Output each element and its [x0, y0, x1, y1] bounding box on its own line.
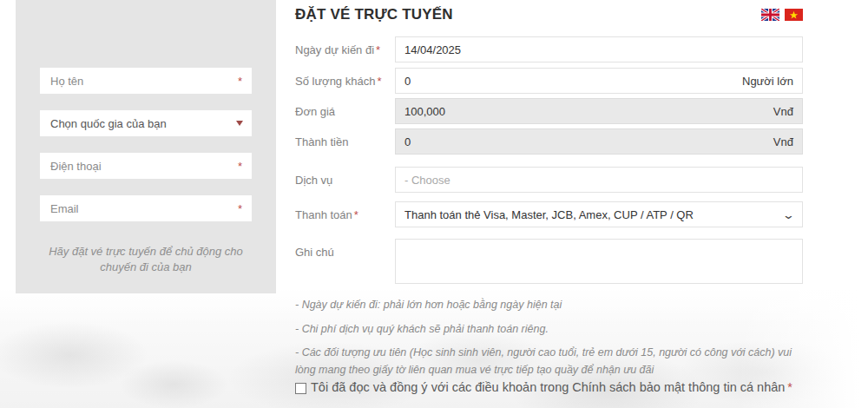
- email-field-wrap: *: [40, 195, 252, 221]
- contact-sidebar: * Chọn quốc gia của bạn * * Hãy đặt vé t…: [16, 0, 276, 293]
- guest-count-row: Số lượng khách* Người lớn: [295, 68, 803, 94]
- page-title: ĐẶT VÉ TRỰC TUYẾN: [295, 6, 453, 23]
- required-asterisk: *: [376, 43, 380, 56]
- chevron-down-icon: ⌄: [782, 209, 795, 220]
- form-hint-service-fee: - Chi phí dịch vụ quý khách sẽ phải than…: [295, 320, 816, 338]
- service-label: Dịch vụ: [295, 167, 395, 193]
- agreement-checkbox[interactable]: [295, 383, 306, 394]
- country-select-label: Chọn quốc gia của bạn: [50, 117, 241, 130]
- departure-date-row: Ngày dự kiến đi*: [295, 36, 803, 63]
- departure-date-box: [395, 36, 803, 63]
- required-asterisk: *: [238, 76, 242, 87]
- unit-price-row: Đơn giá 100,000 Vnđ: [295, 98, 803, 124]
- unit-price-label: Đơn giá: [295, 98, 395, 124]
- payment-label: Thanh toán*: [295, 201, 395, 227]
- form-hint-date: - Ngày dự kiến đi: phải lớn hơn hoặc bằn…: [295, 296, 816, 313]
- required-asterisk: *: [354, 208, 358, 221]
- phone-input[interactable]: [40, 153, 252, 179]
- service-placeholder: - Choose: [404, 174, 450, 187]
- chevron-down-icon: [236, 121, 243, 126]
- uk-flag-icon[interactable]: [761, 9, 779, 21]
- note-row: Ghi chú: [295, 239, 803, 284]
- form-hint-priority: - Các đối tượng ưu tiên (Học sinh sinh v…: [295, 344, 809, 378]
- total-amount-label: Thành tiền: [295, 128, 395, 155]
- payment-select[interactable]: Thanh toán thẻ Visa, Master, JCB, Amex, …: [395, 201, 803, 227]
- agreement-row: Tôi đã đọc và đồng ý với các điều khoản …: [295, 380, 851, 394]
- departure-date-input[interactable]: [404, 43, 793, 56]
- unit-price-box: 100,000 Vnđ: [395, 98, 803, 124]
- email-input[interactable]: [40, 195, 252, 221]
- language-switcher: [761, 9, 803, 21]
- sidebar-tagline: Hãy đặt vé trực tuyến để chủ động cho ch…: [40, 244, 252, 275]
- service-row: Dịch vụ - Choose: [295, 167, 803, 193]
- total-amount-row: Thành tiền 0 Vnđ: [295, 128, 803, 155]
- total-amount-box: 0 Vnđ: [395, 128, 803, 155]
- unit-price-value: 100,000: [404, 105, 445, 118]
- agreement-label[interactable]: Tôi đã đọc và đồng ý với các điều khoản …: [311, 380, 792, 394]
- note-label: Ghi chú: [295, 239, 395, 284]
- payment-row: Thanh toán* Thanh toán thẻ Visa, Master,…: [295, 201, 803, 227]
- required-asterisk: *: [238, 203, 242, 214]
- currency-label: Vnđ: [766, 135, 793, 148]
- fullname-field-wrap: *: [40, 68, 252, 94]
- note-textarea[interactable]: [395, 239, 803, 284]
- payment-selected-option: Thanh toán thẻ Visa, Master, JCB, Amex, …: [404, 208, 694, 221]
- required-asterisk: *: [377, 75, 381, 88]
- guest-count-input[interactable]: [404, 75, 735, 88]
- guest-count-box: Người lớn: [395, 68, 803, 94]
- country-select[interactable]: Chọn quốc gia của bạn: [40, 110, 252, 136]
- vietnam-flag-icon[interactable]: [785, 9, 803, 21]
- total-amount-value: 0: [404, 135, 411, 148]
- required-asterisk: *: [787, 380, 792, 394]
- guest-unit-label: Người lớn: [735, 75, 793, 88]
- departure-date-label: Ngày dự kiến đi*: [295, 36, 395, 63]
- currency-label: Vnđ: [766, 105, 793, 118]
- service-select[interactable]: - Choose: [395, 167, 803, 193]
- booking-page: * Chọn quốc gia của bạn * * Hãy đặt vé t…: [0, 0, 868, 408]
- fullname-input[interactable]: [40, 68, 252, 94]
- guest-count-label: Số lượng khách*: [295, 68, 395, 94]
- phone-field-wrap: *: [40, 153, 252, 179]
- required-asterisk: *: [238, 161, 242, 172]
